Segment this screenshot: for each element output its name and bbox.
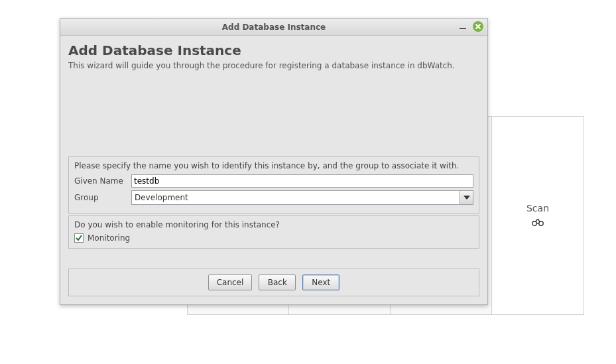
given-name-input[interactable] — [131, 174, 473, 188]
page-description: This wizard will guide you through the p… — [68, 61, 479, 70]
dialog-body: Add Database Instance This wizard will g… — [60, 36, 487, 304]
add-database-instance-dialog: Add Database Instance Add Database Insta… — [60, 18, 488, 305]
group-dropdown[interactable]: Development — [131, 190, 473, 205]
given-name-row: Given Name — [74, 174, 473, 188]
page-heading: Add Database Instance — [68, 42, 479, 58]
monitoring-checkbox-row: Monitoring — [74, 233, 473, 243]
given-name-label: Given Name — [74, 176, 131, 186]
next-button[interactable]: Next — [302, 274, 339, 290]
chevron-down-icon[interactable] — [460, 191, 473, 204]
group-label: Group — [74, 193, 131, 202]
group-row: Group Development — [74, 190, 473, 205]
group-dropdown-value: Development — [132, 191, 460, 204]
window-title: Add Database Instance — [60, 23, 487, 32]
monitoring-group-box: Do you wish to enable monitoring for thi… — [68, 215, 479, 249]
close-icon[interactable] — [473, 21, 483, 32]
button-bar: Cancel Back Next — [68, 269, 479, 296]
titlebar[interactable]: Add Database Instance — [60, 19, 487, 36]
cancel-button[interactable]: Cancel — [208, 274, 253, 290]
scan-label: Scan — [492, 203, 584, 213]
minimize-icon[interactable] — [460, 28, 466, 29]
monitoring-question: Do you wish to enable monitoring for thi… — [74, 220, 473, 229]
binoculars-icon — [492, 217, 584, 228]
monitoring-checkbox-label: Monitoring — [88, 233, 130, 243]
monitoring-checkbox[interactable] — [74, 233, 84, 243]
scan-tile[interactable]: Scan — [491, 116, 584, 315]
name-group-box: Please specify the name you wish to iden… — [68, 156, 479, 213]
name-instruction: Please specify the name you wish to iden… — [74, 161, 473, 170]
back-button[interactable]: Back — [259, 274, 296, 290]
titlebar-controls — [460, 21, 483, 32]
